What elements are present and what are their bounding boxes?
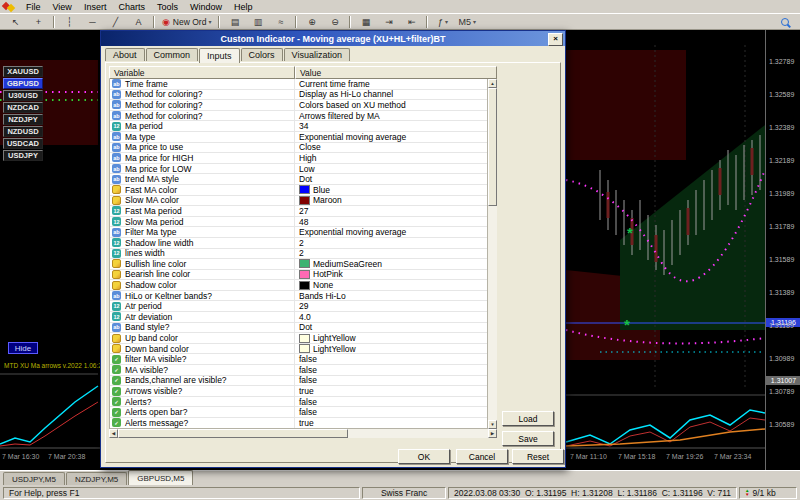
input-row[interactable]: ab Ma type Exponential moving average bbox=[110, 132, 487, 143]
input-row[interactable]: Bearish line color HotPink bbox=[110, 270, 487, 281]
input-value-cell[interactable]: 27 bbox=[295, 206, 487, 216]
input-row[interactable]: Slow MA color Maroon bbox=[110, 196, 487, 207]
input-row[interactable]: ab Ma price for LOW Low bbox=[110, 164, 487, 175]
input-value-cell[interactable]: 4.0 bbox=[295, 312, 487, 322]
zoom-out-icon[interactable]: ⊖ bbox=[324, 14, 345, 30]
timeframes-icon[interactable]: M5▾ bbox=[455, 14, 479, 30]
menu-file[interactable]: File bbox=[20, 1, 47, 13]
input-value-cell[interactable]: Colors based on XU method bbox=[295, 100, 487, 110]
input-value-cell[interactable]: Dot bbox=[295, 174, 487, 184]
reset-button[interactable]: Reset bbox=[512, 449, 564, 464]
scroll-down-icon[interactable]: ▼ bbox=[488, 420, 497, 429]
menu-tools[interactable]: Tools bbox=[151, 1, 184, 13]
input-row[interactable]: ab Method for coloring? Display as Hi-Lo… bbox=[110, 90, 487, 101]
input-row[interactable]: ab Ma price for HIGH High bbox=[110, 153, 487, 164]
chart-tab-gbpusd-m5[interactable]: GBPUSD,M5 bbox=[128, 470, 193, 485]
tab-about[interactable]: About bbox=[105, 48, 145, 61]
column-header-value[interactable]: Value bbox=[295, 66, 497, 79]
input-value-cell[interactable]: LightYellow bbox=[295, 344, 487, 354]
input-value-cell[interactable]: false bbox=[295, 407, 487, 417]
cancel-button[interactable]: Cancel bbox=[456, 449, 508, 464]
input-value-cell[interactable]: MediumSeaGreen bbox=[295, 259, 487, 269]
input-row[interactable]: 12 Slow Ma period 48 bbox=[110, 217, 487, 228]
input-value-cell[interactable]: High bbox=[295, 153, 487, 163]
input-value-cell[interactable]: 48 bbox=[295, 217, 487, 227]
input-value-cell[interactable]: Bands Hi-Lo bbox=[295, 291, 487, 301]
column-header-variable[interactable]: Variable bbox=[109, 66, 295, 79]
input-row[interactable]: ab Filter Ma type Exponential moving ave… bbox=[110, 227, 487, 238]
input-row[interactable]: ✓ filter MA visible? false bbox=[110, 354, 487, 365]
menu-help[interactable]: Help bbox=[228, 1, 259, 13]
input-value-cell[interactable]: 2 bbox=[295, 238, 487, 248]
crosshair-icon[interactable]: + bbox=[28, 14, 49, 30]
close-icon[interactable]: × bbox=[548, 33, 563, 46]
input-row[interactable]: ab Band style? Dot bbox=[110, 323, 487, 334]
symbol-button-nzdusd[interactable]: NZDUSD bbox=[3, 126, 43, 137]
tab-colors[interactable]: Colors bbox=[241, 48, 283, 61]
horizontal-line-icon[interactable]: ─ bbox=[82, 14, 103, 30]
menu-window[interactable]: Window bbox=[184, 1, 228, 13]
input-row[interactable]: ✓ Bands,channel are visible? false bbox=[110, 376, 487, 387]
tab-common[interactable]: Common bbox=[146, 48, 199, 61]
input-value-cell[interactable]: 2 bbox=[295, 248, 487, 258]
zoom-in-icon[interactable]: ⊕ bbox=[301, 14, 322, 30]
input-row[interactable]: ✓ Alerts message? true bbox=[110, 418, 487, 429]
candlestick-chart-icon[interactable]: ▥ bbox=[247, 14, 268, 30]
trendline-icon[interactable]: ╱ bbox=[105, 14, 126, 30]
input-row[interactable]: ✓ MA visible? false bbox=[110, 365, 487, 376]
input-value-cell[interactable]: None bbox=[295, 280, 487, 290]
symbol-button-nzdcad[interactable]: NZDCAD bbox=[3, 102, 43, 113]
input-value-cell[interactable]: 29 bbox=[295, 301, 487, 311]
symbol-button-nzdjpy[interactable]: NZDJPY bbox=[3, 114, 43, 125]
input-row[interactable]: Down band color LightYellow bbox=[110, 344, 487, 355]
input-row[interactable]: ✓ Alerts? false bbox=[110, 397, 487, 408]
scroll-up-icon[interactable]: ▲ bbox=[488, 79, 497, 88]
menu-view[interactable]: View bbox=[47, 1, 78, 13]
input-value-cell[interactable]: Dot bbox=[295, 322, 487, 332]
input-value-cell[interactable]: Exponential moving average bbox=[295, 132, 487, 142]
input-row[interactable]: 12 Fast Ma period 27 bbox=[110, 206, 487, 217]
new-order-button[interactable]: ◉New Ord▾ bbox=[159, 14, 214, 30]
input-row[interactable]: 12 lines width 2 bbox=[110, 249, 487, 260]
scroll-left-icon[interactable]: ◀ bbox=[109, 429, 118, 438]
text-label-icon[interactable]: A bbox=[128, 14, 149, 30]
input-value-cell[interactable]: Close bbox=[295, 142, 487, 152]
menu-insert[interactable]: Insert bbox=[78, 1, 113, 13]
input-row[interactable]: Bullish line color MediumSeaGreen bbox=[110, 259, 487, 270]
menu-charts[interactable]: Charts bbox=[112, 1, 151, 13]
input-row[interactable]: ab trend MA style Dot bbox=[110, 174, 487, 185]
symbol-button-usdjpy[interactable]: USDJPY bbox=[3, 150, 43, 161]
input-row[interactable]: Fast MA color Blue bbox=[110, 185, 487, 196]
input-value-cell[interactable]: Display as Hi-Lo channel bbox=[295, 89, 487, 99]
input-row[interactable]: 12 Atr period 29 bbox=[110, 301, 487, 312]
input-row[interactable]: ab Time frame Current time frame bbox=[110, 79, 487, 90]
vertical-scrollbar-thumb[interactable] bbox=[488, 88, 497, 206]
scroll-right-icon[interactable]: ▶ bbox=[488, 429, 497, 438]
line-chart-icon[interactable]: ≈ bbox=[270, 14, 291, 30]
input-row[interactable]: ab Ma price to use Close bbox=[110, 143, 487, 154]
table-vertical-scrollbar[interactable]: ▲ ▼ bbox=[488, 79, 497, 429]
chart-tab-usdjpy-m5[interactable]: USDJPY,M5 bbox=[3, 472, 65, 485]
cursor-icon[interactable]: ↖ bbox=[5, 14, 26, 30]
input-row[interactable]: 12 Ma period 34 bbox=[110, 121, 487, 132]
symbol-button-u30usd[interactable]: U30USD bbox=[3, 90, 43, 101]
input-value-cell[interactable]: Arrows filtered by MA bbox=[295, 111, 487, 121]
input-value-cell[interactable]: true bbox=[295, 418, 487, 428]
input-row[interactable]: ab HiLo or Keltner bands? Bands Hi-Lo bbox=[110, 291, 487, 302]
symbol-button-xauusd[interactable]: XAUUSD bbox=[3, 66, 43, 77]
tab-inputs[interactable]: Inputs bbox=[199, 48, 240, 63]
chart-tab-nzdjpy-m5[interactable]: NZDJPY,M5 bbox=[66, 472, 127, 485]
input-row[interactable]: ab Method for coloring? Colors based on … bbox=[110, 100, 487, 111]
input-value-cell[interactable]: 34 bbox=[295, 121, 487, 131]
price-axis[interactable]: 1.31196 1.31007 1.327891.325891.323891.3… bbox=[765, 30, 800, 470]
search-icon[interactable] bbox=[774, 14, 795, 30]
input-value-cell[interactable]: false bbox=[295, 354, 487, 364]
input-value-cell[interactable]: Current time frame bbox=[295, 79, 487, 89]
input-row[interactable]: ab Method for coloring? Arrows filtered … bbox=[110, 111, 487, 122]
tab-visualization[interactable]: Visualization bbox=[284, 48, 350, 61]
auto-scroll-icon[interactable]: ⇥ bbox=[378, 14, 399, 30]
indicators-icon[interactable]: ƒ▾ bbox=[432, 14, 453, 30]
input-value-cell[interactable]: LightYellow bbox=[295, 333, 487, 343]
input-value-cell[interactable]: false bbox=[295, 375, 487, 385]
input-value-cell[interactable]: Low bbox=[295, 164, 487, 174]
